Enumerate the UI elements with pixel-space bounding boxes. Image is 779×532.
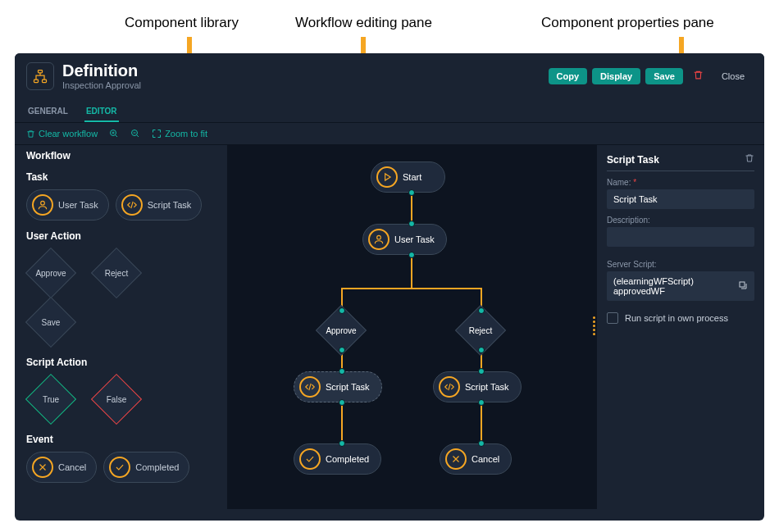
port[interactable] — [408, 189, 415, 196]
palette-save[interactable]: Save — [26, 298, 75, 347]
palette-true[interactable]: True — [26, 375, 75, 424]
port[interactable] — [339, 347, 345, 353]
port[interactable] — [339, 399, 345, 406]
server-script-select[interactable]: (elearningWFScript) approvedWF — [607, 271, 754, 301]
port[interactable] — [408, 221, 415, 227]
script-icon — [299, 376, 321, 398]
port[interactable] — [408, 252, 415, 258]
node-label: User Task — [394, 234, 435, 244]
node-label: Script Task — [465, 382, 509, 392]
clear-workflow-button[interactable]: Clear workflow — [26, 129, 98, 139]
zoom-to-fit-button[interactable]: Zoom to fit — [152, 129, 207, 139]
palette-label: Reject — [105, 269, 128, 278]
section-scriptaction: Script Action — [26, 357, 216, 368]
zoom-to-fit-label: Zoom to fit — [165, 129, 207, 139]
server-script-value: (elearningWFScript) approvedWF — [613, 276, 738, 296]
palette-user-task[interactable]: User Task — [26, 189, 109, 221]
properties-panel: Script Task Name: * Description: Server … — [596, 145, 764, 509]
connector — [481, 402, 482, 443]
delete-icon[interactable] — [688, 70, 708, 83]
annotation-props: Component properties pane — [541, 15, 714, 31]
port[interactable] — [339, 440, 345, 447]
save-button[interactable]: Save — [645, 68, 683, 84]
annotation-editing: Workflow editing pane — [295, 15, 432, 31]
palette-false[interactable]: False — [92, 375, 141, 424]
page-title: Definition — [62, 61, 141, 80]
close-button[interactable]: Close — [713, 68, 753, 84]
palette-label: True — [43, 395, 59, 404]
svg-rect-1 — [34, 80, 39, 82]
display-button[interactable]: Display — [592, 68, 640, 84]
properties-title: Script Task — [607, 154, 659, 166]
clear-workflow-label: Clear workflow — [39, 129, 98, 139]
connector — [411, 255, 412, 288]
node-script-task-right[interactable]: Script Task — [433, 371, 522, 402]
palette-approve[interactable]: Approve — [26, 248, 75, 298]
node-label: Approve — [326, 326, 356, 335]
section-task: Task — [26, 171, 216, 183]
node-user-task[interactable]: User Task — [362, 224, 447, 255]
port[interactable] — [478, 440, 485, 447]
node-completed[interactable]: Completed — [294, 443, 381, 475]
node-label: Completed — [326, 454, 369, 464]
connector — [341, 288, 482, 289]
toolbar: Clear workflow Zoom to fit — [15, 123, 764, 145]
node-label: Reject — [469, 326, 492, 335]
node-label: Cancel — [472, 454, 499, 464]
description-input[interactable] — [607, 227, 754, 247]
port[interactable] — [478, 399, 485, 406]
play-icon — [376, 166, 398, 188]
node-start[interactable]: Start — [371, 161, 445, 193]
port[interactable] — [478, 368, 485, 375]
palette-completed[interactable]: Completed — [103, 452, 189, 483]
run-own-process-checkbox[interactable] — [607, 312, 618, 324]
svg-rect-0 — [39, 70, 43, 72]
tab-general[interactable]: GENERAL — [26, 102, 70, 122]
name-input[interactable] — [607, 189, 754, 209]
delete-node-icon[interactable] — [745, 153, 754, 166]
palette-script-task[interactable]: Script Task — [116, 189, 203, 221]
server-script-label: Server Script: — [607, 260, 754, 269]
panel-resize-handle[interactable] — [593, 315, 596, 339]
palette-label: User Task — [58, 200, 98, 210]
zoom-in-button[interactable] — [109, 129, 119, 139]
node-cancel[interactable]: Cancel — [440, 443, 512, 475]
checkbox-label: Run script in own process — [625, 313, 728, 323]
port[interactable] — [478, 347, 485, 353]
svg-point-6 — [377, 235, 381, 239]
palette-label: Save — [42, 318, 61, 327]
node-label: Start — [403, 172, 421, 182]
name-label: Name: * — [607, 178, 754, 187]
port[interactable] — [339, 307, 345, 314]
port[interactable] — [339, 368, 345, 375]
connector — [411, 193, 412, 224]
script-icon — [121, 194, 143, 216]
script-icon — [439, 376, 460, 398]
component-library: Workflow Task User Task Script Task User… — [15, 145, 228, 509]
app-window: Definition Inspection Approval Copy Disp… — [15, 53, 764, 521]
cancel-icon — [445, 448, 467, 470]
palette-label: Approve — [35, 269, 66, 278]
completed-icon — [109, 457, 130, 478]
palette-label: Completed — [135, 462, 179, 472]
port[interactable] — [478, 307, 485, 314]
svg-point-5 — [41, 201, 45, 205]
tab-editor[interactable]: EDITOR — [84, 102, 119, 122]
open-icon — [738, 280, 748, 292]
workflow-canvas[interactable]: Start User Task Approve Reject Script Ta… — [228, 145, 596, 509]
cancel-icon — [32, 457, 53, 478]
description-label: Description: — [607, 216, 754, 225]
palette-label: False — [107, 395, 126, 404]
palette-cancel[interactable]: Cancel — [26, 452, 97, 483]
palette-label: Cancel — [58, 462, 86, 472]
palette-reject[interactable]: Reject — [92, 248, 141, 298]
palette-label: Script Task — [148, 200, 192, 210]
header: Definition Inspection Approval Copy Disp… — [15, 53, 764, 98]
annotation-library: Component library — [125, 15, 239, 31]
node-script-task-left[interactable]: Script Task — [294, 371, 382, 402]
copy-button[interactable]: Copy — [549, 68, 588, 84]
tab-bar: GENERAL EDITOR — [15, 98, 764, 123]
zoom-out-button[interactable] — [130, 129, 140, 139]
section-useraction: User Action — [26, 230, 216, 242]
node-label: Script Task — [326, 382, 370, 392]
